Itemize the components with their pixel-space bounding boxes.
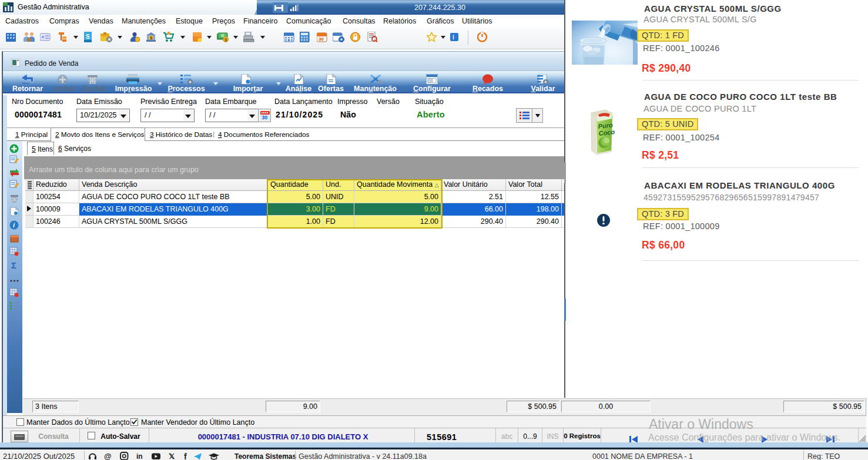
svg-text:30: 30 — [319, 36, 324, 42]
svg-text:30: 30 — [262, 115, 268, 120]
svg-text:Coco: Coco — [598, 128, 615, 137]
svg-text:𝕏: 𝕏 — [169, 452, 175, 460]
svg-text:i: i — [453, 34, 454, 41]
svg-text:in: in — [136, 452, 143, 460]
svg-text:@: @ — [104, 452, 112, 460]
svg-text:$: $ — [224, 37, 227, 42]
svg-text:S: S — [86, 33, 90, 40]
svg-text:$: $ — [150, 35, 153, 41]
svg-text:f: f — [184, 452, 187, 460]
svg-text:Σ: Σ — [11, 260, 16, 270]
